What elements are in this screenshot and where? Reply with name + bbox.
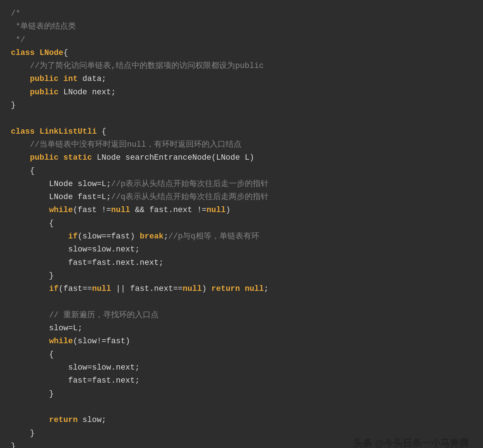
code-if-cond-1: (slow==fast) bbox=[78, 232, 140, 241]
comment-revisit: // 重新遍历，寻找环的入口点 bbox=[49, 311, 159, 320]
code-while-cond-1: (fast != bbox=[73, 206, 111, 215]
keyword-public-1: public bbox=[30, 74, 59, 83]
code-while-1 bbox=[11, 206, 49, 215]
code-fast-decl: LNode fast=L; bbox=[11, 193, 111, 202]
keyword-if-2: if bbox=[49, 284, 59, 293]
classname-lnode: LNode bbox=[39, 48, 63, 57]
watermark-text: 头条 @今头日条一小马奔腾 bbox=[353, 438, 469, 448]
keyword-class-2: class bbox=[11, 127, 35, 136]
keyword-public-3: public bbox=[30, 153, 59, 162]
code-block: /* *单链表的结点类 */ class LNode{ //为了简化访问单链表,… bbox=[11, 7, 472, 448]
keyword-while-1: while bbox=[49, 206, 73, 215]
watermark: 头条 @今头日条一小马奔腾 bbox=[353, 437, 469, 448]
comment-3: //当单链表中没有环时返回null，有环时返回环的入口结点 bbox=[30, 140, 241, 149]
type-int: int bbox=[63, 74, 78, 83]
code-indent-1 bbox=[11, 74, 30, 83]
comment-slow: //p表示从头结点开始每次往后走一步的指针 bbox=[111, 180, 269, 189]
keyword-if-1: if bbox=[68, 232, 77, 241]
classname-linklistutli: LinkListUtli bbox=[39, 127, 97, 136]
code-and: && fast.next != bbox=[130, 206, 206, 215]
code-space-1 bbox=[59, 74, 63, 83]
code-if-null-check: (fast== bbox=[59, 284, 92, 293]
code-space-3 bbox=[59, 153, 63, 162]
keyword-while-2: while bbox=[49, 337, 73, 346]
code-break-semi: ; bbox=[164, 232, 168, 241]
keyword-null-2: null bbox=[206, 206, 226, 215]
comment-fast: //q表示从头结点开始每次往后走两步的指针 bbox=[111, 193, 269, 202]
keyword-null-4: null bbox=[183, 284, 202, 293]
keyword-break: break bbox=[140, 232, 163, 241]
keyword-return-1: return bbox=[211, 284, 240, 293]
comment-2: //为了简化访问单链表,结点中的数据项的访问权限都设为public bbox=[30, 61, 264, 70]
keyword-public-2: public bbox=[30, 88, 59, 97]
code-container: /* *单链表的结点类 */ class LNode{ //为了简化访问单链表,… bbox=[0, 0, 483, 448]
comment-break: //p与q相等，单链表有环 bbox=[168, 232, 259, 241]
keyword-null-5: null bbox=[245, 284, 264, 293]
keyword-static: static bbox=[63, 153, 92, 162]
code-indent-2 bbox=[11, 153, 30, 162]
code-text bbox=[35, 48, 39, 57]
keyword-null-3: null bbox=[92, 284, 111, 293]
code-or: || fast.next== bbox=[111, 284, 183, 293]
keyword-class-1: class bbox=[11, 48, 35, 57]
code-space-null bbox=[240, 284, 245, 293]
code-return-null-stmt: ) bbox=[202, 284, 211, 293]
code-space-2 bbox=[35, 127, 39, 136]
code-while-cond-2: (slow!=fast) { slow=slow.next; fast=fast… bbox=[11, 337, 140, 425]
keyword-null-1: null bbox=[111, 206, 130, 215]
keyword-return-2: return bbox=[49, 415, 78, 425]
comment-1: /* *单链表的结点类 */ bbox=[11, 9, 76, 44]
